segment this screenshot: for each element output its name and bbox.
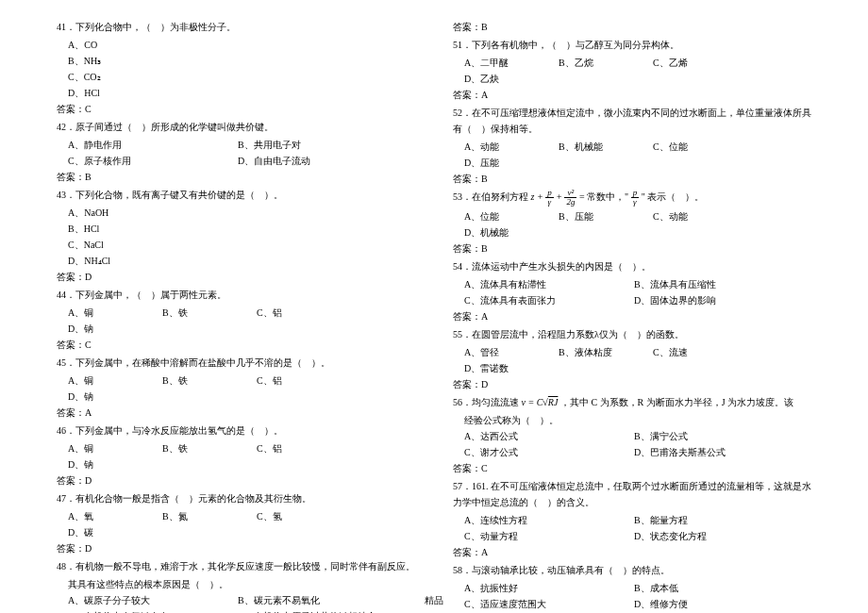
q50-answer: 答案：B bbox=[453, 19, 811, 35]
q53-pre: 53．在伯努利方程 bbox=[453, 191, 528, 202]
q46-stem: 46．下列金属中，与冷水反应能放出氢气的是（ ）。 bbox=[57, 422, 415, 439]
q51-answer: 答案：A bbox=[453, 87, 811, 103]
q56-opt-c: C、谢才公式 bbox=[464, 444, 625, 460]
q54-opt-c: C、流体具有表面张力 bbox=[464, 292, 625, 308]
q46-opt-d: D、钠 bbox=[68, 456, 153, 472]
q53-opt-a: A、位能 bbox=[464, 208, 549, 224]
q43-opt-c: C、NaCl bbox=[57, 237, 415, 253]
q45-opt-d: D、钠 bbox=[68, 389, 153, 405]
q57-stem: 57．161. 在不可压缩液体恒定总流中，任取两个过水断面所通过的流量相等，这就… bbox=[453, 478, 811, 510]
q43-opt-d: D、NH₄Cl bbox=[57, 253, 415, 269]
q53-opt-c: C、动能 bbox=[653, 208, 738, 224]
q54-opt-d: D、固体边界的影响 bbox=[634, 292, 794, 308]
q52-answer: 答案：B bbox=[453, 171, 811, 187]
q53-opt-b: B、压能 bbox=[559, 208, 643, 224]
q41-stem: 41．下列化合物中，（ ）为非极性分子。 bbox=[57, 19, 415, 35]
q41-opt-c: C、CO₂ bbox=[57, 69, 415, 85]
q46-opt-c: C、铝 bbox=[257, 440, 342, 456]
q46-opt-b: B、铁 bbox=[162, 440, 247, 456]
q56-pre: 56．均匀流流速 bbox=[453, 397, 519, 407]
q58-stem: 58．与滚动轴承比较，动压轴承具有（ ）的特点。 bbox=[453, 562, 811, 578]
q57-opt-d: D、状态变化方程 bbox=[634, 528, 794, 544]
q53-opt-d: D、机械能 bbox=[464, 224, 549, 240]
q56-opt-a: A、达西公式 bbox=[464, 428, 625, 444]
q53-options: A、位能 B、压能 C、动能 D、机械能 bbox=[453, 208, 811, 240]
q44-stem: 44．下列金属中，（ ）属于两性元素。 bbox=[57, 287, 415, 303]
q53-stem: 53．在伯努利方程 z + pγ + v²2g = 常数中，" pγ " 表示（… bbox=[453, 189, 811, 207]
q51-opt-d: D、乙炔 bbox=[464, 71, 549, 87]
q57-options-2: C、动量方程 D、状态变化方程 bbox=[453, 528, 811, 544]
q56-options-2: C、谢才公式 D、巴甫洛夫斯基公式 bbox=[453, 444, 811, 460]
q54-options-2: C、流体具有表面张力 D、固体边界的影响 bbox=[453, 292, 811, 308]
q58-options-2: C、适应速度范围大 D、维修方便 bbox=[453, 596, 811, 612]
q53-post: " 表示（ ）。 bbox=[642, 191, 705, 202]
q53-mid: = 常数中，" bbox=[579, 191, 628, 202]
q47-answer: 答案：D bbox=[57, 540, 415, 556]
q46-options: A、铜 B、铁 C、铝 D、钠 bbox=[57, 440, 415, 472]
q56-opt-b: B、满宁公式 bbox=[634, 428, 794, 444]
q45-answer: 答案：A bbox=[57, 405, 415, 421]
q56-options: A、达西公式 B、满宁公式 bbox=[453, 428, 811, 444]
q47-stem: 47．有机化合物一般是指含（ ）元素的化合物及其衍生物。 bbox=[57, 490, 415, 506]
q48-sub: 其具有这些特点的根本原因是（ ）。 bbox=[57, 576, 415, 592]
q54-opt-a: A、流体具有粘滞性 bbox=[464, 276, 625, 292]
q42-opt-c: C、原子核作用 bbox=[68, 153, 228, 169]
q47-options: A、氧 B、氮 C、氢 D、碳 bbox=[57, 508, 415, 540]
q48-opt-d: D、有机物中原子以共价键相结合 bbox=[238, 608, 398, 613]
q47-opt-b: B、氮 bbox=[162, 508, 247, 524]
q45-stem: 45．下列金属中，在稀酸中溶解而在盐酸中几乎不溶的是（ ）。 bbox=[57, 355, 415, 371]
q58-opt-a: A、抗振性好 bbox=[464, 580, 625, 596]
q58-opt-b: B、成本低 bbox=[634, 580, 794, 596]
q45-opt-b: B、铁 bbox=[162, 373, 247, 389]
q48-stem: 48．有机物一般不导电，难溶于水，其化学反应速度一般比较慢，同时常伴有副反应。 bbox=[57, 558, 415, 574]
q42-options-2: C、原子核作用 D、自由电子流动 bbox=[57, 153, 415, 169]
q42-opt-d: D、自由电子流动 bbox=[238, 153, 398, 169]
q48-options-2: C、有机物中有氮键存在 D、有机物中原子以共价键相结合 bbox=[57, 608, 415, 613]
q44-opt-a: A、铜 bbox=[68, 305, 153, 321]
q51-options: A、二甲醚 B、乙烷 C、乙烯 D、乙炔 bbox=[453, 55, 811, 87]
q45-options: A、铜 B、铁 C、铝 D、钠 bbox=[57, 373, 415, 405]
q51-opt-a: A、二甲醚 bbox=[464, 55, 549, 71]
left-column: 41．下列化合物中，（ ）为非极性分子。 A、CO B、NH₃ C、CO₂ D、… bbox=[57, 19, 415, 594]
q53-formula-2: pγ bbox=[631, 191, 640, 202]
q57-opt-c: C、动量方程 bbox=[464, 528, 625, 544]
q55-opt-a: A、管径 bbox=[464, 344, 549, 360]
q48-options: A、碳原子分子较大 B、碳元素不易氧化 bbox=[57, 592, 415, 608]
q41-answer: 答案：C bbox=[57, 101, 415, 117]
q47-opt-c: C、氢 bbox=[257, 508, 342, 524]
q52-opt-c: C、位能 bbox=[653, 139, 738, 155]
q56-formula: v = C√RJ bbox=[522, 397, 559, 407]
page-footer: 精品 bbox=[425, 594, 443, 607]
q41-opt-b: B、NH₃ bbox=[57, 53, 415, 69]
q48-opt-a: A、碳原子分子较大 bbox=[68, 592, 228, 608]
q51-opt-b: B、乙烷 bbox=[559, 55, 643, 71]
q52-stem: 52．在不可压缩理想液体恒定流中，微小流束内不同的过水断面上，单位重量液体所具有… bbox=[453, 105, 811, 137]
q43-answer: 答案：D bbox=[57, 269, 415, 285]
q42-opt-b: B、共用电子对 bbox=[238, 137, 398, 153]
q55-stem: 55．在圆管层流中，沿程阻力系数λ仅为（ ）的函数。 bbox=[453, 326, 811, 342]
q56-answer: 答案：C bbox=[453, 460, 811, 476]
q53-formula: z + pγ + v²2g bbox=[531, 191, 579, 202]
q46-answer: 答案：D bbox=[57, 472, 415, 489]
q54-opt-b: B、流体具有压缩性 bbox=[634, 276, 794, 292]
q42-opt-a: A、静电作用 bbox=[68, 137, 228, 153]
q52-opt-a: A、动能 bbox=[464, 139, 549, 155]
q43-stem: 43．下列化合物，既有离子键又有共价键的是（ ）。 bbox=[57, 187, 415, 203]
q52-opt-b: B、机械能 bbox=[559, 139, 643, 155]
q41-opt-a: A、CO bbox=[57, 37, 415, 53]
right-column: 答案：B 51．下列各有机物中，（ ）与乙醇互为同分异构体。 A、二甲醚 B、乙… bbox=[453, 19, 811, 594]
q57-opt-a: A、连续性方程 bbox=[464, 512, 625, 528]
q58-opt-c: C、适应速度范围大 bbox=[464, 596, 625, 612]
q58-options: A、抗振性好 B、成本低 bbox=[453, 580, 811, 596]
q58-opt-d: D、维修方便 bbox=[634, 596, 794, 612]
q48-opt-b: B、碳元素不易氧化 bbox=[238, 592, 398, 608]
q44-answer: 答案：C bbox=[57, 337, 415, 353]
q57-opt-b: B、能量方程 bbox=[634, 512, 794, 528]
q51-opt-c: C、乙烯 bbox=[653, 55, 738, 71]
q53-answer: 答案：B bbox=[453, 240, 811, 257]
q51-stem: 51．下列各有机物中，（ ）与乙醇互为同分异构体。 bbox=[453, 37, 811, 53]
q56-stem: 56．均匀流流速 v = C√RJ ，其中 C 为系数，R 为断面水力半径，J … bbox=[453, 394, 811, 410]
q54-answer: 答案：A bbox=[453, 308, 811, 324]
q48-opt-c: C、有机物中有氮键存在 bbox=[68, 608, 228, 613]
q55-answer: 答案：D bbox=[453, 376, 811, 392]
